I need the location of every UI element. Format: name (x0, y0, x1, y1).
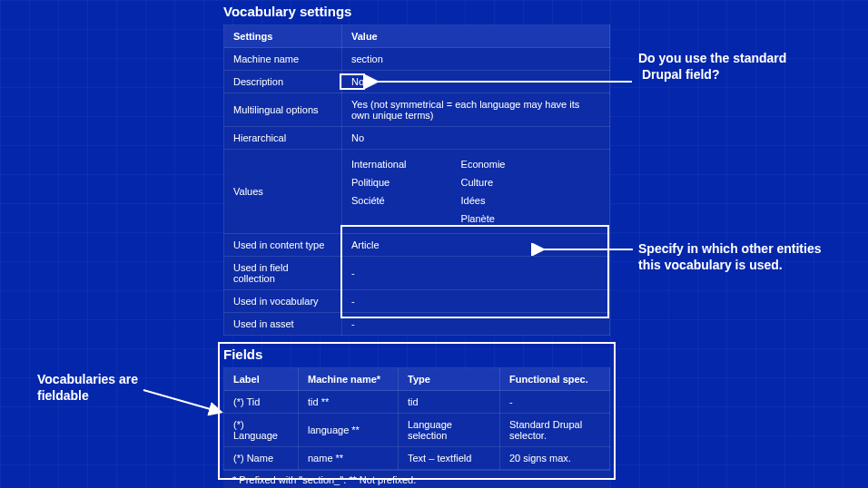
callout-fieldable: Vocabularies are fieldable (37, 372, 138, 404)
settings-header-key: Settings (224, 25, 342, 48)
fields-title: Fields (223, 346, 610, 362)
settings-row-values: Values International Politique Société E… (224, 150, 610, 234)
settings-row: DescriptionNo (224, 71, 610, 93)
settings-row: Used in content typeArticle (224, 234, 610, 257)
callout-standard-field: Do you use the standard Drupal field? (638, 51, 786, 83)
fields-table: Label Machine name* Type Functional spec… (223, 367, 610, 470)
callout-entities: Specify in which other entities this voc… (638, 241, 821, 273)
settings-row: Multilingual optionsYes (not symmetrical… (224, 93, 610, 127)
fields-row: (*) Tidtid **tid- (224, 391, 610, 414)
settings-row: HierarchicalNo (224, 127, 610, 150)
settings-row: Used in field collection- (224, 257, 610, 290)
fields-header: Type (399, 368, 500, 391)
fields-header: Label (224, 368, 299, 391)
settings-header-value: Value (342, 25, 610, 48)
fields-header: Machine name* (299, 368, 399, 391)
fields-footnote: * Prefixed with "section_". ** Not prefi… (223, 470, 610, 488)
fields-row: (*) Namename **Text – textfield20 signs … (224, 447, 610, 470)
vocabulary-settings-panel: Vocabulary settings Settings Value Machi… (223, 4, 610, 336)
settings-row: Machine namesection (224, 48, 610, 71)
settings-row: Used in asset- (224, 313, 610, 336)
settings-table: Settings Value Machine namesection Descr… (223, 24, 610, 336)
fields-header: Functional spec. (500, 368, 610, 391)
svg-line-2 (143, 390, 220, 412)
fields-panel: Fields Label Machine name* Type Function… (223, 346, 610, 488)
fields-row: (*) Languagelanguage **Language selectio… (224, 414, 610, 447)
settings-row: Used in vocabulary- (224, 290, 610, 313)
arrow-icon (140, 386, 231, 417)
vocabulary-settings-title: Vocabulary settings (223, 4, 610, 19)
